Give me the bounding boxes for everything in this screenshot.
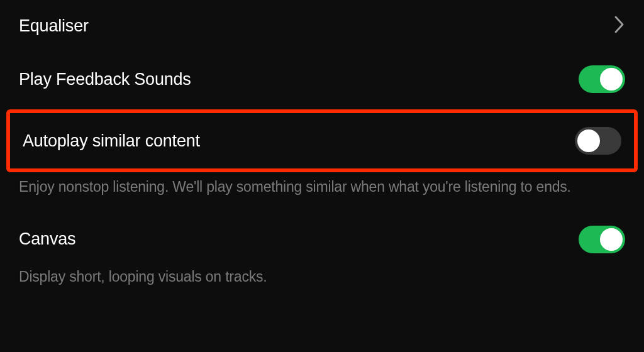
- toggle-knob: [600, 228, 623, 251]
- autoplay-highlight: Autoplay similar content: [6, 109, 638, 172]
- equaliser-label: Equaliser: [19, 16, 89, 36]
- settings-list: Equaliser Play Feedback Sounds Autoplay …: [0, 0, 644, 299]
- canvas-label: Canvas: [19, 229, 75, 249]
- autoplay-description: Enjoy nonstop listening. We'll play some…: [0, 172, 644, 209]
- canvas-row: Canvas: [0, 217, 644, 262]
- chevron-right-icon: [614, 15, 625, 36]
- equaliser-row[interactable]: Equaliser: [0, 6, 644, 45]
- toggle-knob: [577, 129, 600, 152]
- feedback-sounds-row: Play Feedback Sounds: [0, 57, 644, 102]
- feedback-sounds-label: Play Feedback Sounds: [19, 70, 191, 89]
- toggle-knob: [600, 68, 623, 91]
- feedback-sounds-toggle[interactable]: [579, 65, 625, 93]
- autoplay-row: Autoplay similar content: [10, 113, 634, 168]
- autoplay-label: Autoplay similar content: [23, 131, 200, 151]
- canvas-toggle[interactable]: [579, 226, 625, 253]
- autoplay-toggle[interactable]: [575, 127, 621, 155]
- canvas-description: Display short, looping visuals on tracks…: [0, 262, 644, 299]
